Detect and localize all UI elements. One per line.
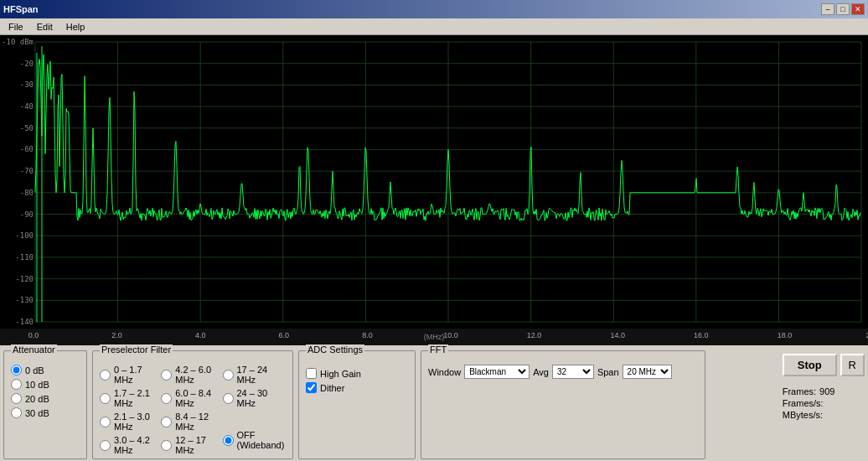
high-gain-label: High Gain (320, 369, 361, 379)
mb-row: MBytes/s: (783, 410, 835, 420)
frames-label: Frames: (783, 386, 816, 396)
preselector-option[interactable]: 8.4 – 12 MHz (161, 412, 215, 432)
x-axis-label: 12.0 (527, 331, 542, 339)
preselector-radio[interactable] (161, 440, 172, 451)
span-label: Span (597, 367, 619, 377)
app-title: HFSpan (3, 4, 39, 14)
attenuator-label: Attenuator (11, 344, 57, 355)
high-gain-option[interactable]: High Gain (306, 368, 408, 379)
fft-group: FFT Window BlackmanHannHammingRectangula… (421, 350, 705, 459)
preselector-radio[interactable] (100, 440, 111, 451)
attenuator-radio[interactable] (11, 379, 22, 390)
preselector-option[interactable]: 12 – 17 MHz (161, 435, 215, 455)
x-axis-label: 8.0 (362, 331, 373, 339)
fft-settings: Window BlackmanHannHammingRectangular Av… (428, 365, 698, 379)
preselector-group: Preselector Filter 0 – 1.7 MHz1.7 – 2.1 … (92, 350, 293, 459)
preselector-option[interactable]: 24 – 30 MHz (223, 388, 287, 408)
window-label: Window (428, 367, 461, 377)
x-axis-label: 6.0 (279, 331, 290, 339)
preselector-option[interactable]: 6.0 – 8.4 MHz (161, 388, 215, 408)
mb-label: MBytes/s: (783, 410, 823, 420)
preselector-radio[interactable] (161, 417, 172, 427)
maximize-button[interactable]: □ (836, 3, 850, 15)
attenuator-radio[interactable] (11, 365, 22, 376)
x-axis-label: 0.0 (28, 331, 39, 339)
attenuator-option[interactable]: 20 dB (11, 393, 80, 404)
x-axis-label: 16.0 (694, 331, 709, 339)
avg-label: Avg (533, 367, 549, 377)
stats-area: Frames: 909 Frames/s: MBytes/s: (783, 386, 835, 420)
x-axis-label: 14.0 (610, 331, 625, 339)
x-axis-label: 18.0 (778, 331, 793, 339)
title-bar-left: HFSpan (3, 4, 39, 14)
preselector-radio[interactable] (223, 370, 234, 381)
close-button[interactable]: ✕ (851, 3, 865, 15)
minimize-button[interactable]: – (821, 3, 834, 15)
controls-area: Attenuator 0 dB10 dB20 dB30 dB Preselect… (0, 345, 868, 461)
frames-value: 909 (819, 386, 834, 396)
x-axis-label: 10.0 (443, 331, 458, 339)
dither-option[interactable]: Dither (306, 382, 408, 393)
preselector-option[interactable]: 2.1 – 3.0 MHz (100, 412, 154, 432)
preselector-option[interactable]: OFF (Wideband) (223, 430, 287, 450)
adc-label: ADC Settings (306, 344, 364, 355)
fft-label: FFT (428, 344, 448, 355)
button-row: Stop R (783, 354, 865, 376)
attenuator-radio[interactable] (11, 393, 22, 404)
span-select[interactable]: 5 MHz10 MHz20 MHz30 MHz (623, 365, 672, 379)
preselector-label: Preselector Filter (100, 344, 173, 355)
preselector-option[interactable]: 0 – 1.7 MHz (100, 365, 154, 385)
preselector-radio[interactable] (100, 417, 111, 427)
attenuator-option[interactable]: 10 dB (11, 379, 80, 390)
title-bar-controls: – □ ✕ (821, 3, 865, 15)
x-axis-label: 4.0 (195, 331, 206, 339)
adc-options: High Gain Dither (306, 368, 408, 393)
preselector-option[interactable]: 3.0 – 4.2 MHz (100, 435, 154, 455)
framerate-row: Frames/s: (783, 398, 835, 408)
preselector-cols: 0 – 1.7 MHz1.7 – 2.1 MHz2.1 – 3.0 MHz3.0… (100, 365, 286, 455)
avg-select[interactable]: 1248163264 (552, 365, 594, 379)
menu-bar: File Edit Help (0, 18, 868, 35)
x-axis-label: 2.0 (111, 331, 122, 339)
frames-row: Frames: 909 (783, 386, 835, 396)
title-bar: HFSpan – □ ✕ (0, 0, 868, 18)
menu-file[interactable]: File (2, 20, 30, 34)
fft-window-row: Window BlackmanHannHammingRectangular Av… (428, 365, 698, 379)
dither-label: Dither (320, 383, 344, 393)
attenuator-group: Attenuator 0 dB10 dB20 dB30 dB (3, 350, 87, 459)
menu-help[interactable]: Help (59, 20, 92, 34)
adc-group: ADC Settings High Gain Dither (298, 350, 416, 459)
attenuator-option[interactable]: 30 dB (11, 407, 80, 418)
preselector-radio[interactable] (161, 393, 172, 404)
stop-button[interactable]: Stop (783, 354, 837, 376)
preselector-radio[interactable] (223, 435, 234, 446)
spectrum-canvas (0, 35, 868, 329)
preselector-radio[interactable] (100, 393, 111, 404)
run-button[interactable]: R (840, 354, 865, 376)
preselector-radio[interactable] (161, 370, 172, 381)
menu-edit[interactable]: Edit (30, 20, 59, 34)
preselector-option[interactable]: 17 – 24 MHz (223, 365, 287, 385)
attenuator-options: 0 dB10 dB20 dB30 dB (11, 365, 80, 418)
attenuator-radio[interactable] (11, 407, 22, 418)
high-gain-checkbox[interactable] (306, 368, 317, 379)
preselector-radio[interactable] (100, 370, 111, 381)
attenuator-option[interactable]: 0 dB (11, 365, 80, 376)
x-axis: (MHz) 0.02.04.06.08.010.012.014.016.018.… (0, 329, 868, 345)
framerate-label: Frames/s: (783, 398, 824, 408)
dither-checkbox[interactable] (306, 382, 317, 393)
preselector-option[interactable]: 1.7 – 2.1 MHz (100, 388, 154, 408)
preselector-option[interactable]: 4.2 – 6.0 MHz (161, 365, 215, 385)
right-panel: Stop R Frames: 909 Frames/s: MBytes/s: (783, 350, 865, 420)
window-select[interactable]: BlackmanHannHammingRectangular (464, 365, 530, 379)
spectrum-display (0, 35, 868, 329)
preselector-radio[interactable] (223, 393, 234, 404)
